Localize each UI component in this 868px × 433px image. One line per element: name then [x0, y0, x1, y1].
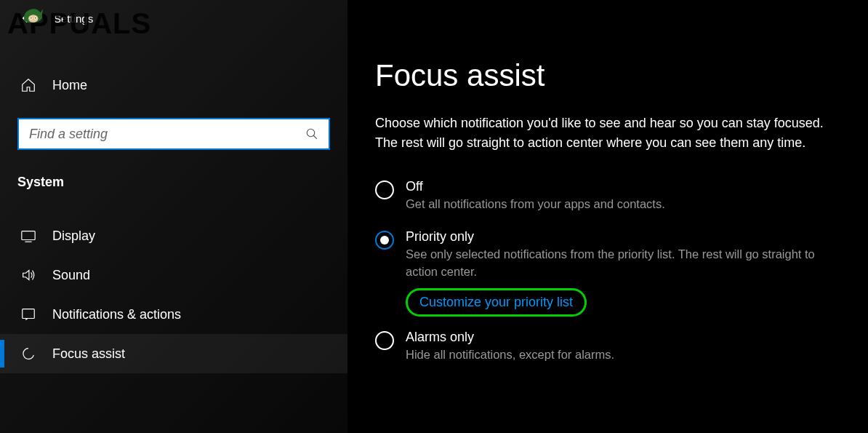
svg-point-3 [31, 17, 32, 19]
radio-option-off[interactable]: Off Get all notifications from your apps… [375, 179, 846, 213]
section-header-system: System [0, 150, 347, 197]
sidebar-item-label: Focus assist [52, 346, 125, 362]
sidebar-item-label: Notifications & actions [52, 307, 181, 322]
radio-circle [375, 231, 394, 250]
radio-option-alarms-only[interactable]: Alarms only Hide all notifications, exce… [375, 330, 846, 364]
notifications-icon [20, 306, 36, 322]
radio-desc: Hide all notifications, except for alarm… [406, 346, 846, 364]
radio-desc: See only selected notifications from the… [406, 246, 846, 281]
svg-point-0 [28, 15, 39, 23]
svg-rect-7 [23, 309, 35, 319]
main-content: Focus assist Choose which notification y… [347, 0, 868, 433]
svg-rect-6 [22, 231, 35, 240]
display-icon [20, 228, 36, 244]
sidebar-item-sound[interactable]: Sound [0, 255, 347, 295]
radio-circle [375, 180, 394, 199]
focus-assist-icon [20, 346, 36, 362]
watermark-hat-icon [20, 4, 49, 26]
search-icon [305, 127, 318, 140]
radio-circle [375, 331, 394, 350]
page-title: Focus assist [375, 58, 846, 93]
nav-list: Display Sound Notifications & actions [0, 216, 347, 373]
home-icon [20, 77, 36, 93]
sidebar-item-notifications[interactable]: Notifications & actions [0, 295, 347, 334]
sidebar-item-label: Display [52, 229, 95, 244]
nav-home[interactable]: Home [0, 68, 347, 102]
radio-desc: Get all notifications from your apps and… [406, 196, 846, 213]
search-box[interactable] [17, 118, 330, 150]
priority-link-highlight: Customize your priority list [406, 288, 587, 317]
sidebar-item-label: Sound [52, 268, 90, 283]
svg-point-4 [35, 17, 36, 19]
radio-option-priority-only[interactable]: Priority only See only selected notifica… [375, 229, 846, 281]
svg-point-5 [307, 129, 315, 137]
sidebar-item-display[interactable]: Display [0, 216, 347, 255]
radio-title: Alarms only [406, 330, 846, 345]
nav-home-label: Home [52, 78, 87, 93]
page-description: Choose which notification you'd like to … [375, 114, 846, 153]
search-input[interactable] [29, 127, 305, 142]
sidebar-item-focus-assist[interactable]: Focus assist [0, 334, 347, 373]
radio-title: Priority only [406, 229, 846, 245]
sidebar: APPUALS Settings Home [0, 0, 347, 433]
radio-title: Off [406, 179, 846, 194]
sound-icon [20, 267, 36, 283]
customize-priority-list-link[interactable]: Customize your priority list [419, 295, 573, 309]
